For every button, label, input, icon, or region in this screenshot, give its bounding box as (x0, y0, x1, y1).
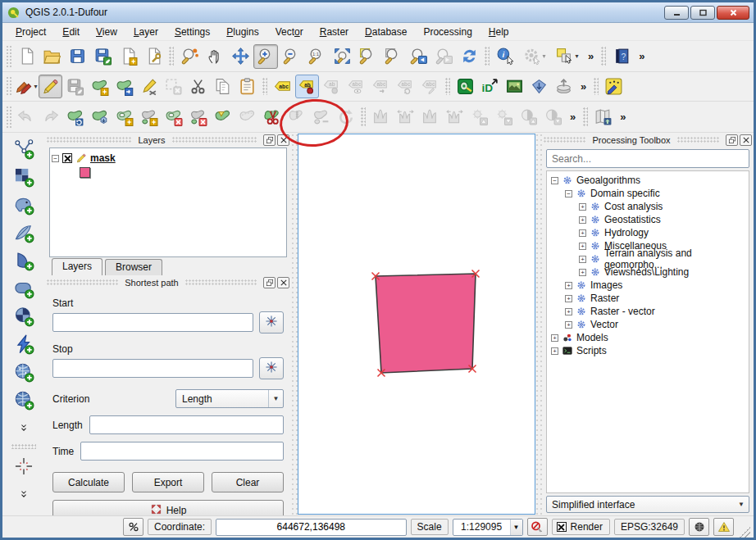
toolbar-overflow-button[interactable]: » (584, 50, 598, 62)
expand-expander[interactable]: + (551, 334, 558, 342)
toolbar-drag-handle[interactable] (6, 106, 11, 128)
add-part-button[interactable] (137, 105, 161, 129)
grass-tools-button[interactable] (453, 75, 477, 98)
length-input[interactable] (89, 415, 284, 434)
processing-search-input[interactable] (546, 149, 749, 168)
add-ows-layer-button[interactable] (11, 387, 37, 412)
tree-item-domain-specific[interactable]: −Domain specific (549, 187, 749, 200)
split-features-button[interactable] (260, 105, 284, 129)
chevron-down-icon[interactable]: ▼ (510, 520, 522, 535)
plugins-overflow-button[interactable] (11, 481, 37, 506)
reshape-features-button[interactable] (211, 105, 235, 129)
tree-item-models[interactable]: +Models (549, 331, 749, 344)
title-bar[interactable]: QGIS 2.0.1-Dufour (2, 2, 754, 23)
expand-expander[interactable]: + (579, 256, 586, 263)
zonal-statistics-button[interactable] (552, 75, 576, 98)
expand-expander[interactable]: + (579, 229, 586, 237)
toolbar-overflow-button[interactable]: » (576, 80, 590, 93)
chevron-down-icon[interactable]: ▼ (734, 497, 749, 512)
labeling-button[interactable]: abc (271, 75, 294, 98)
add-wms-layer-button[interactable] (11, 303, 37, 329)
new-print-composer-button[interactable] (116, 44, 140, 69)
paste-features-button[interactable] (235, 75, 259, 98)
expand-expander[interactable]: + (565, 308, 572, 315)
toggle-editing-button[interactable] (39, 75, 62, 98)
menu-plugins[interactable]: Plugins (218, 25, 266, 39)
cut-features-button[interactable] (186, 75, 210, 98)
current-edits-button[interactable]: ▾ (14, 75, 38, 98)
menu-settings[interactable]: Settings (166, 25, 218, 39)
refresh-map-button[interactable] (457, 44, 481, 69)
criterion-combobox[interactable]: Length ▼ (175, 389, 284, 408)
collapse-expander[interactable]: − (551, 177, 558, 184)
simplify-feature-button[interactable] (88, 105, 112, 129)
calculate-button[interactable]: Calculate (52, 472, 125, 492)
add-vector-layer-button[interactable] (11, 136, 37, 161)
save-project-button[interactable] (65, 44, 89, 69)
layer-row-mask[interactable]: − mask (52, 151, 285, 166)
map-canvas[interactable] (298, 134, 535, 515)
collapse-expander[interactable]: − (565, 190, 572, 197)
menu-vector[interactable]: Vector (267, 25, 312, 39)
pin-labels-button[interactable]: ab (295, 75, 319, 98)
tree-item-terrain-analysis-and-geomorpho[interactable]: +Terrain analysis and geomorpho... (549, 252, 749, 265)
select-features-button[interactable]: ▾ (551, 44, 583, 69)
add-mssql-layer-button[interactable] (11, 247, 37, 273)
zoom-out-button[interactable] (279, 44, 303, 69)
capture-start-point-button[interactable] (259, 311, 284, 334)
chevron-down-icon[interactable]: ▼ (268, 390, 283, 407)
add-ring-button[interactable] (112, 105, 136, 129)
close-button[interactable] (717, 6, 749, 20)
collapse-expander[interactable]: − (52, 155, 59, 162)
identify-features-button[interactable]: i (493, 44, 517, 69)
maptips-button[interactable] (591, 105, 615, 129)
messages-button[interactable] (713, 518, 734, 536)
dock-splitter[interactable] (535, 133, 542, 515)
zoom-in-button[interactable] (253, 44, 278, 69)
extents-toggle-button[interactable] (123, 518, 143, 536)
metasearch-button[interactable] (602, 75, 626, 98)
stop-rendering-button[interactable] (527, 518, 548, 536)
layers-panel-titlebar[interactable]: Layers (45, 133, 291, 147)
composer-manager-button[interactable] (141, 44, 166, 69)
zoom-last-button[interactable] (406, 44, 430, 69)
crs-status-button[interactable] (689, 518, 709, 536)
menu-edit[interactable]: Edit (54, 25, 88, 39)
layers-tree[interactable]: − mask (49, 147, 287, 257)
zoom-native-resolution-button[interactable]: 1:1 (304, 44, 329, 69)
dropdown-caret-icon[interactable]: ▾ (542, 53, 545, 60)
expand-expander[interactable]: + (551, 347, 558, 355)
menu-raster[interactable]: Raster (312, 25, 357, 39)
add-raster-layer-button[interactable] (11, 164, 37, 189)
toolbar-drag-handle[interactable] (6, 45, 11, 67)
tree-item-raster-vector[interactable]: +Raster - vector (549, 305, 749, 318)
dropdown-caret-icon[interactable]: ▾ (34, 84, 38, 90)
close-panel-button[interactable] (277, 277, 289, 288)
interpolation-button[interactable] (527, 75, 551, 98)
delete-ring-button[interactable] (162, 105, 185, 129)
expand-expander[interactable]: + (565, 321, 572, 329)
layers-overflow-button[interactable] (11, 415, 37, 440)
menu-project[interactable]: Project (7, 25, 54, 39)
toolbar-drag-handle[interactable] (6, 76, 11, 97)
add-wcs-layer-button[interactable] (11, 331, 37, 356)
maximize-button[interactable] (690, 6, 715, 20)
zoom-to-selection-button[interactable] (355, 44, 380, 69)
toolbar-overflow-button[interactable]: » (616, 111, 630, 123)
tree-item-raster[interactable]: +Raster (549, 292, 749, 305)
expand-expander[interactable]: + (579, 269, 586, 276)
expand-expander[interactable]: + (565, 282, 572, 289)
georeferencer-button[interactable] (503, 75, 526, 98)
tree-item-cost-analysis[interactable]: +Cost analysis (549, 200, 749, 213)
new-project-button[interactable] (14, 44, 39, 69)
clear-button[interactable]: Clear (212, 472, 284, 492)
pan-to-selection-button[interactable] (228, 44, 253, 69)
expand-expander[interactable]: + (579, 216, 586, 224)
copy-features-button[interactable] (211, 75, 235, 98)
add-spatialite-layer-button[interactable] (11, 220, 37, 245)
tab-browser[interactable]: Browser (105, 259, 162, 275)
open-project-button[interactable] (39, 44, 64, 69)
move-feature-button[interactable] (112, 75, 136, 98)
interface-mode-combobox[interactable]: Simplified interface ▼ (546, 496, 749, 513)
touch-zoom-button[interactable] (177, 44, 202, 69)
